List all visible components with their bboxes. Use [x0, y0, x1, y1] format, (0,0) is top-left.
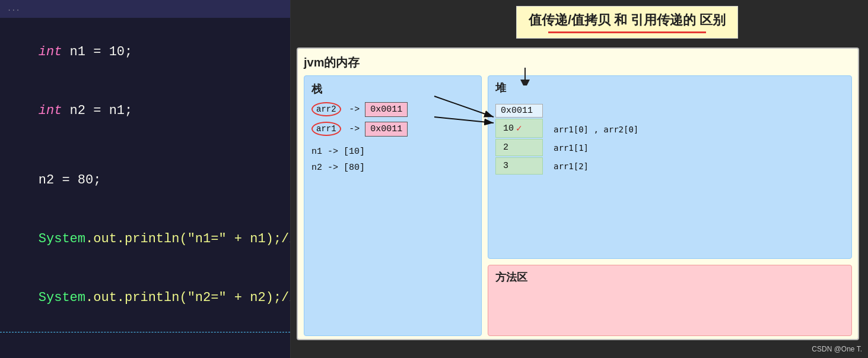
heap-cells: 0x0011 10 ✓ 2 3 — [495, 104, 543, 176]
n1-entry: n1 -> [10] — [311, 144, 474, 160]
watermark: CSDN @One T. — [812, 345, 862, 353]
code-panel: ... int n1 = 10; int n2 = n1; n2 = 80; S… — [0, 0, 291, 358]
heap-panel: 堆 0 — [488, 75, 852, 259]
code-line-1: int n1 = 10; — [7, 23, 283, 81]
diagram-panel: 值传递/值拷贝 和 引用传递的 区别 jvm的内存 栈 arr2 -> 0x00… — [291, 0, 868, 358]
checkmark: ✓ — [516, 122, 522, 134]
heap-cell-3: 3 — [495, 157, 543, 175]
keyword-int-1: int — [39, 45, 62, 59]
arr2-label: arr2 — [311, 102, 341, 116]
heap-label-3: arr1[2] — [549, 157, 643, 175]
heap-header: 堆 — [495, 81, 844, 101]
system-out-1: System — [39, 232, 85, 246]
code-text-4: .out.println("n1=" + n1);//10 — [85, 232, 291, 246]
heap-title: 堆 — [495, 81, 506, 95]
arr2-addr: 0x0011 — [365, 102, 408, 117]
arr1-addr: 0x0011 — [365, 122, 408, 137]
arr1-label: arr1 — [311, 122, 341, 136]
heap-cell-2: 2 — [495, 139, 543, 156]
heap-label-2: arr1[1] — [549, 139, 643, 156]
arr1-row: arr1 -> 0x0011 — [311, 122, 474, 137]
heap-content: 0x0011 10 ✓ 2 3 — [495, 104, 844, 176]
n2-entry: n2 -> [80] — [311, 160, 474, 176]
code-text-2: n2 = n1; — [62, 103, 132, 118]
jvm-inner: 栈 arr2 -> 0x0011 arr1 -> 0x0011 n1 -> [1… — [304, 75, 852, 336]
code-text-3: n2 = 80; — [39, 173, 101, 188]
method-panel: 方法区 — [488, 265, 852, 336]
system-out-2: System — [39, 290, 85, 305]
code-line-4: System.out.println("n1=" + n1);//10 — [7, 210, 283, 268]
heap-cell-1: 10 ✓ — [495, 119, 543, 138]
title-underline — [548, 31, 706, 33]
keyword-int-2: int — [39, 103, 62, 118]
code-text-5: .out.println("n2=" + n2);//80 — [85, 290, 291, 305]
code-line-6: int[] arr1 = {1, 2, 3}; — [7, 348, 283, 358]
code-line-5: System.out.println("n2=" + n2);//80 — [7, 268, 283, 327]
code-line-3: n2 = 80; — [7, 151, 283, 210]
code-line-2: int n2 = n1; — [7, 81, 283, 140]
jvm-container: jvm的内存 栈 arr2 -> 0x0011 arr1 -> 0x0011 — [297, 47, 859, 340]
stack-title: 栈 — [311, 82, 474, 96]
method-title: 方法区 — [495, 270, 844, 284]
heap-arrow-svg — [513, 68, 549, 85]
heap-addr: 0x0011 — [495, 104, 543, 118]
heap-label-1: arr1[0] , arr2[0] — [549, 121, 643, 138]
jvm-title: jvm的内存 — [304, 55, 852, 71]
heap-labels: arr1[0] , arr2[0] arr1[1] arr1[2] — [549, 104, 643, 176]
title-box: 值传递/值拷贝 和 引用传递的 区别 — [516, 6, 738, 39]
arr2-row: arr2 -> 0x0011 — [311, 102, 474, 117]
code-text-1: n1 = 10; — [62, 45, 132, 59]
stack-panel: 栈 arr2 -> 0x0011 arr1 -> 0x0011 n1 -> [1… — [304, 75, 482, 336]
page-title: 值传递/值拷贝 和 引用传递的 区别 — [529, 11, 726, 29]
right-panels: 堆 0 — [488, 75, 852, 336]
